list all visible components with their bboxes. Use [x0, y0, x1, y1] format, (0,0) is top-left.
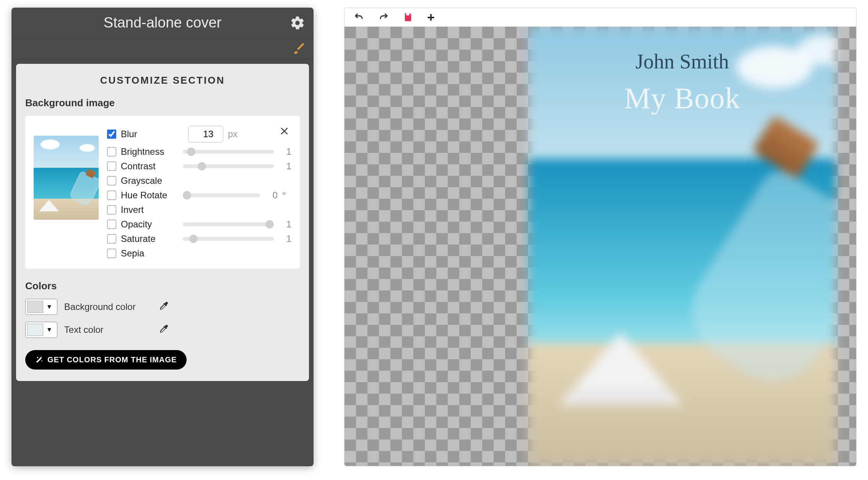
text-color-label: Text color [64, 324, 152, 335]
bg-eyedropper-button[interactable] [159, 301, 169, 313]
saturate-label: Saturate [121, 234, 178, 244]
get-colors-label: GET COLORS FROM THE IMAGE [47, 355, 177, 364]
brightness-slider[interactable] [183, 150, 274, 154]
bg-image-label: Background image [25, 97, 300, 109]
blur-label: Blur [121, 129, 178, 139]
get-colors-button[interactable]: GET COLORS FROM THE IMAGE [25, 350, 187, 370]
sepia-checkbox[interactable] [107, 249, 116, 258]
contrast-value: 1 [278, 161, 291, 172]
caret-down-icon: ▼ [43, 303, 55, 310]
saturate-checkbox[interactable] [107, 234, 116, 243]
blur-unit: px [228, 129, 237, 139]
huerotate-label: Hue Rotate [121, 190, 178, 201]
text-color-swatch [27, 324, 43, 336]
brightness-label: Brightness [121, 146, 178, 157]
filter-blur: Blur px [107, 126, 291, 143]
grayscale-checkbox[interactable] [107, 176, 116, 185]
card-title: CUSTOMIZE SECTION [25, 75, 300, 86]
contrast-checkbox[interactable] [107, 162, 116, 171]
panel-body: CUSTOMIZE SECTION Background image [11, 59, 314, 386]
filter-invert: Invert [107, 204, 291, 215]
filter-brightness: Brightness 1 [107, 146, 291, 157]
opacity-value: 1 [278, 219, 291, 230]
add-button[interactable]: + [427, 13, 435, 21]
sidebar-panel: Stand-alone cover CUSTOMIZE SECTION Back… [11, 8, 314, 466]
huerotate-value: 0 [265, 190, 278, 201]
bg-color-row: ▼ Background color [25, 299, 300, 315]
saturate-value: 1 [278, 234, 291, 244]
brush-row [11, 38, 314, 59]
canvas-toolbar: + [345, 8, 856, 27]
text-color-row: ▼ Text color [25, 322, 300, 338]
customize-card: CUSTOMIZE SECTION Background image [16, 64, 309, 381]
eyedropper-icon [159, 324, 169, 334]
filters-list: Blur px Brightness 1 [107, 126, 291, 259]
close-icon [279, 126, 290, 136]
invert-checkbox[interactable] [107, 205, 116, 214]
contrast-label: Contrast [121, 161, 178, 172]
filter-huerotate: Hue Rotate 0 ° [107, 190, 291, 201]
invert-label: Invert [121, 204, 178, 215]
filter-opacity: Opacity 1 [107, 219, 291, 230]
text-eyedropper-button[interactable] [159, 324, 169, 336]
redo-button[interactable] [378, 12, 389, 23]
filter-saturate: Saturate 1 [107, 234, 291, 244]
blur-input[interactable] [188, 126, 223, 143]
gear-icon [290, 15, 305, 31]
bg-color-picker[interactable]: ▼ [25, 299, 57, 315]
sidebar-header: Stand-alone cover [11, 8, 314, 38]
contrast-slider[interactable] [183, 164, 274, 168]
filter-sepia: Sepia [107, 248, 291, 259]
remove-image-button[interactable] [279, 126, 290, 138]
settings-button[interactable] [290, 15, 305, 31]
save-icon [403, 12, 413, 23]
saturate-slider[interactable] [183, 237, 274, 241]
cover-preview [529, 27, 836, 466]
sidebar-title: Stand-alone cover [104, 15, 221, 31]
grayscale-label: Grayscale [121, 175, 178, 186]
undo-button[interactable] [354, 12, 364, 23]
eyedropper-icon [159, 301, 169, 311]
text-color-picker[interactable]: ▼ [25, 322, 57, 338]
redo-icon [378, 12, 389, 23]
opacity-slider[interactable] [183, 222, 274, 226]
canvas-area: + John Smith My Book [344, 8, 857, 466]
filter-contrast: Contrast 1 [107, 161, 291, 172]
brightness-value: 1 [278, 146, 291, 157]
sepia-label: Sepia [121, 248, 178, 259]
filter-grayscale: Grayscale [107, 175, 291, 186]
brightness-checkbox[interactable] [107, 147, 116, 156]
bg-thumbnail[interactable] [34, 136, 99, 220]
save-button[interactable] [403, 12, 413, 23]
colors-section: Colors ▼ Background color [25, 280, 300, 370]
bg-color-swatch [27, 301, 43, 313]
bg-image-box: Blur px Brightness 1 [25, 116, 300, 269]
colors-label: Colors [25, 280, 300, 292]
huerotate-unit: ° [282, 190, 291, 201]
opacity-checkbox[interactable] [107, 220, 116, 229]
bg-color-label: Background color [64, 302, 152, 312]
brush-button[interactable] [292, 42, 305, 57]
blur-checkbox[interactable] [107, 130, 116, 139]
canvas-checkerboard[interactable]: John Smith My Book [345, 27, 856, 466]
huerotate-slider[interactable] [183, 193, 260, 197]
undo-icon [354, 12, 364, 23]
opacity-label: Opacity [121, 219, 178, 230]
magic-wand-icon [35, 356, 44, 364]
huerotate-checkbox[interactable] [107, 191, 116, 200]
caret-down-icon: ▼ [43, 326, 55, 333]
plus-icon: + [427, 13, 435, 21]
brush-icon [292, 42, 305, 55]
